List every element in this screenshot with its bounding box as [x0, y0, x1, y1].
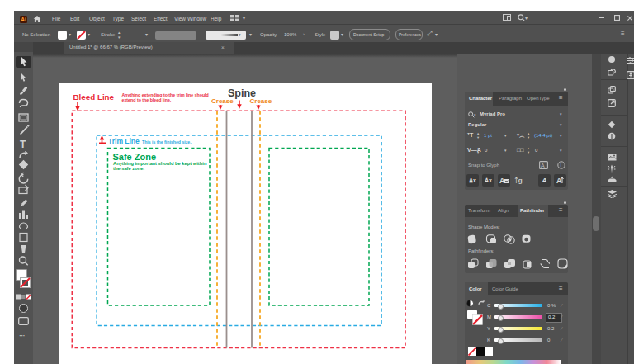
svg-text:A: A: [541, 163, 545, 168]
svg-text:A: A: [556, 177, 562, 184]
svg-text:A: A: [499, 177, 505, 184]
svg-text:T: T: [20, 139, 26, 150]
svg-text:i: i: [560, 162, 561, 168]
